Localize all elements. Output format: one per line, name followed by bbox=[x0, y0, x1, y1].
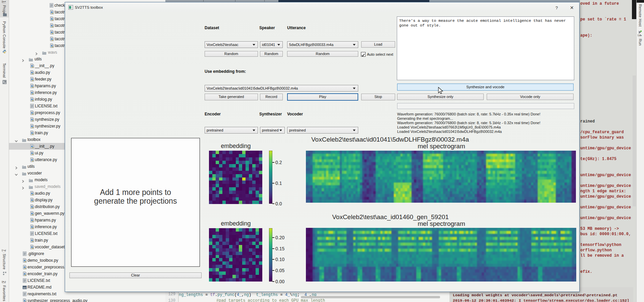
svg-text:MD: MD bbox=[23, 287, 26, 289]
